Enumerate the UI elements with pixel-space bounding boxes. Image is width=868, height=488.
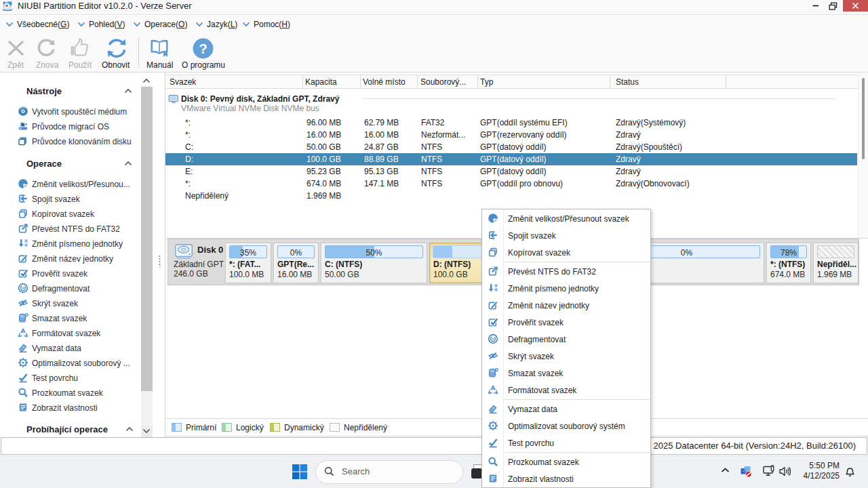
svg-text:?: ? [199,41,207,56]
